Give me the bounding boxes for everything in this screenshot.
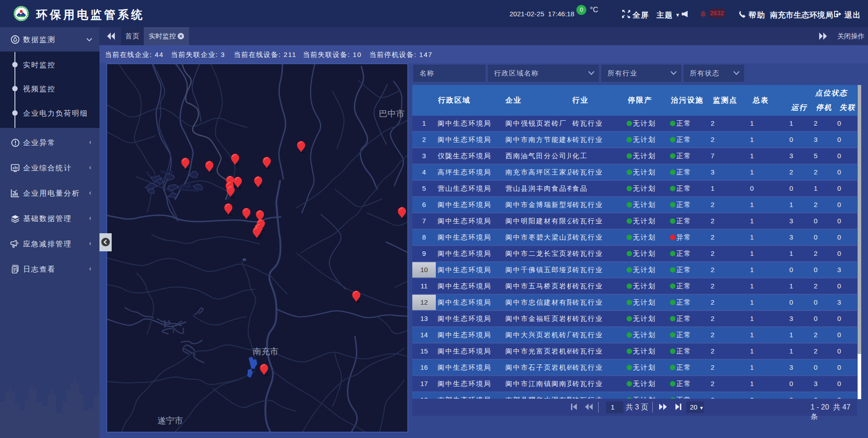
svg-text:南充市: 南充市 — [253, 347, 278, 356]
svg-text:巴中市: 巴中市 — [379, 109, 405, 118]
svg-text:遂宁市: 遂宁市 — [157, 416, 183, 425]
